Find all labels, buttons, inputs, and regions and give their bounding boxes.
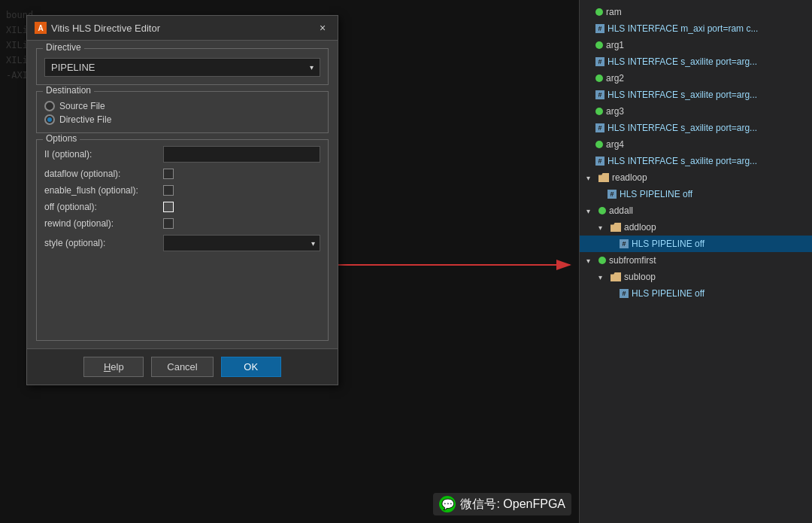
tree-item-subfromfirst[interactable]: ▾ subfromfirst: [580, 252, 812, 269]
tree-item-arg1[interactable]: arg1: [580, 37, 812, 53]
tree-item-label: HLS INTERFACE m_axi port=ram c...: [607, 23, 758, 34]
tree-item-label: HLS PIPELINE off: [632, 239, 704, 249]
radio-label-source: Source File: [59, 101, 105, 111]
tree-item-arg3-interface[interactable]: # HLS INTERFACE s_axilite port=arg...: [580, 120, 812, 136]
cancel-label: Cancel: [167, 361, 197, 372]
destination-group: Destination Source File Directive File: [36, 91, 329, 133]
hash-icon: #: [595, 24, 604, 33]
hash-icon: #: [607, 190, 617, 199]
option-label-rewind: rewind (optional):: [44, 218, 157, 229]
dialog-titlebar: A Vitis HLS Directive Editor ×: [27, 16, 338, 41]
options-legend: Options: [43, 133, 80, 144]
tree-item-readloop[interactable]: ▾ readloop: [580, 169, 812, 186]
option-row-ii: II (optional):: [44, 146, 320, 163]
dot-icon: [595, 8, 603, 16]
tree-item-label: HLS PIPELINE off: [632, 288, 704, 299]
tree-item-label: HLS INTERFACE s_axilite port=arg...: [607, 90, 757, 100]
tree-item-arg4[interactable]: arg4: [580, 136, 812, 153]
watermark-text: 微信号: OpenFPGA: [460, 497, 565, 512]
options-group: Options II (optional): dataflow (optiona…: [36, 139, 329, 341]
radio-source-file[interactable]: Source File: [44, 101, 320, 111]
option-checkbox-dataflow[interactable]: [163, 169, 174, 179]
dot-icon: [598, 207, 606, 214]
tree-item-arg1-interface[interactable]: # HLS INTERFACE s_axilite port=arg...: [580, 53, 812, 70]
folder-icon: [598, 173, 609, 182]
tree-item-arg2-interface[interactable]: # HLS INTERFACE s_axilite port=arg...: [580, 87, 812, 103]
tree-item-label: arg1: [606, 40, 624, 50]
radio-directive-file[interactable]: Directive File: [44, 114, 320, 125]
option-label-enable-flush: enable_flush (optional):: [44, 185, 157, 196]
option-row-rewind: rewind (optional):: [44, 218, 320, 229]
chevron-down-icon: ▾: [311, 239, 315, 248]
close-button[interactable]: ×: [315, 20, 330, 35]
hash-icon: #: [620, 239, 629, 248]
expand-arrow-icon: ▾: [598, 273, 611, 281]
radio-circle-source: [44, 101, 55, 111]
expand-arrow-icon: ▾: [586, 257, 598, 265]
dialog-footer: Help Cancel OK: [27, 348, 338, 385]
ok-button[interactable]: OK: [221, 357, 281, 377]
tree-item-label: subfromfirst: [609, 255, 656, 266]
dialog-body: Directive PIPELINE ▾ Destination Source …: [27, 41, 338, 348]
hash-icon: #: [620, 289, 629, 298]
option-input-ii[interactable]: [163, 146, 320, 163]
tree-item-label: arg3: [606, 106, 624, 117]
directive-value: PIPELINE: [51, 62, 95, 73]
radio-circle-directive: [44, 114, 55, 125]
tree-item-label: subloop: [624, 272, 656, 282]
radio-label-directive: Directive File: [59, 114, 111, 125]
title-area: A Vitis HLS Directive Editor: [35, 22, 160, 34]
cancel-button[interactable]: Cancel: [151, 357, 213, 377]
hash-icon: #: [595, 57, 604, 66]
tree-item-label: readloop: [612, 172, 647, 183]
tree-item-subloop[interactable]: ▾ subloop: [580, 269, 812, 285]
help-button[interactable]: Help: [83, 357, 144, 377]
tree-item-label: addall: [609, 205, 633, 216]
tree-item-label: HLS INTERFACE s_axilite port=arg...: [607, 156, 757, 166]
help-label: Help: [104, 361, 124, 372]
dot-icon: [595, 141, 603, 148]
option-checkbox-off[interactable]: [163, 202, 174, 212]
tree-item-addloop[interactable]: ▾ addloop: [580, 219, 812, 236]
tree-item-arg3[interactable]: arg3: [580, 103, 812, 120]
wechat-watermark: 💬 微信号: OpenFPGA: [433, 493, 571, 515]
expand-arrow-icon: ▾: [586, 174, 598, 182]
dialog-title: Vitis HLS Directive Editor: [51, 23, 160, 34]
tree-item-addloop-pipeline[interactable]: # HLS PIPELINE off: [580, 236, 812, 252]
destination-radio-group: Source File Directive File: [44, 98, 320, 125]
tree-item-ram[interactable]: ram: [580, 4, 812, 20]
option-row-dataflow: dataflow (optional):: [44, 169, 320, 179]
option-label-dataflow: dataflow (optional):: [44, 169, 157, 179]
option-label-off: off (optional):: [44, 202, 157, 212]
tree-item-subloop-pipeline[interactable]: # HLS PIPELINE off: [580, 285, 812, 302]
option-row-style: style (optional): ▾: [44, 235, 320, 251]
tree-item-label: HLS INTERFACE s_axilite port=arg...: [607, 56, 757, 67]
option-select-style[interactable]: ▾: [163, 235, 320, 251]
ok-label: OK: [244, 361, 258, 372]
tree-item-arg2[interactable]: arg2: [580, 70, 812, 87]
hash-icon: #: [595, 157, 604, 166]
tree-panel: ram # HLS INTERFACE m_axi port=ram c... …: [579, 0, 812, 523]
tree-item-readloop-pipeline[interactable]: # HLS PIPELINE off: [580, 186, 812, 202]
destination-legend: Destination: [43, 85, 94, 96]
tree-item-arg4-interface[interactable]: # HLS INTERFACE s_axilite port=arg...: [580, 153, 812, 169]
directive-dropdown[interactable]: PIPELINE ▾: [44, 58, 320, 77]
tree-item-label: arg2: [606, 73, 624, 84]
tree-item-addall[interactable]: ▾ addall: [580, 202, 812, 219]
option-checkbox-rewind[interactable]: [163, 218, 174, 229]
option-label-ii: II (optional):: [44, 149, 157, 160]
option-checkbox-enable-flush[interactable]: [163, 185, 174, 196]
wechat-icon: 💬: [439, 496, 456, 512]
tree-item-label: ram: [606, 7, 622, 17]
tree-item-label: HLS PIPELINE off: [620, 189, 692, 199]
expand-arrow-icon: ▾: [598, 223, 611, 232]
dot-icon: [595, 74, 603, 82]
option-label-style: style (optional):: [44, 238, 157, 248]
app-logo: A: [35, 22, 47, 34]
hash-icon: #: [595, 90, 604, 99]
directive-group: Directive PIPELINE ▾: [36, 48, 329, 85]
tree-item-ram-interface[interactable]: # HLS INTERFACE m_axi port=ram c...: [580, 20, 812, 37]
hash-icon: #: [595, 123, 604, 132]
tree-item-label: addloop: [624, 222, 656, 233]
folder-icon: [611, 223, 621, 232]
